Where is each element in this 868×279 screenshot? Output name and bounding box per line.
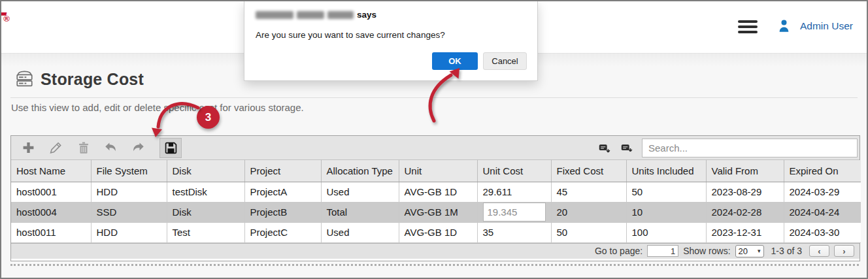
cell-units-included: 10 bbox=[626, 202, 706, 222]
unit-cost-edit-input[interactable] bbox=[483, 203, 546, 222]
dialog-message: Are you sure you want to save current ch… bbox=[256, 30, 445, 40]
cell-fixed-cost: 20 bbox=[551, 202, 626, 222]
cell-expired-on: 2024-03-30 bbox=[784, 222, 861, 242]
step-badge-number: 3 bbox=[205, 111, 211, 124]
cell-unit-cost-editing bbox=[477, 202, 551, 222]
menu-hamburger-icon[interactable] bbox=[738, 20, 758, 33]
cell-valid-from: 2023-12-31 bbox=[706, 222, 784, 242]
page-subtitle: Use this view to add, edit or delete spe… bbox=[11, 102, 304, 113]
search-input[interactable] bbox=[642, 139, 858, 157]
cell-disk: testDisk bbox=[167, 182, 244, 202]
column-header-expired-on[interactable]: Expired On bbox=[784, 160, 861, 182]
column-header-project[interactable]: Project bbox=[244, 160, 321, 182]
screenshot-frame: iT® Admin User bbox=[0, 0, 868, 279]
chevron-left-icon: ‹ bbox=[818, 246, 820, 256]
cell-fixed-cost: 50 bbox=[551, 222, 626, 242]
rows-per-page-value: 20 bbox=[739, 246, 748, 256]
edit-icon[interactable] bbox=[48, 140, 63, 156]
column-header-allocation-type[interactable]: Allocation Type bbox=[321, 160, 399, 182]
cell-project: ProjectC bbox=[244, 222, 321, 242]
redacted-origin bbox=[256, 11, 293, 19]
delete-icon[interactable] bbox=[76, 140, 91, 156]
grid-toolbar bbox=[11, 136, 860, 160]
cell-unit: AVG-GB 1M bbox=[399, 202, 477, 222]
column-header-unit-cost[interactable]: Unit Cost bbox=[477, 160, 551, 182]
next-page-button[interactable]: › bbox=[834, 245, 854, 257]
storage-cost-table: Host Name File System Disk Project Alloc… bbox=[11, 160, 861, 243]
toolbar-right bbox=[597, 139, 860, 157]
cell-unit: AVG-GB 1D bbox=[399, 182, 477, 202]
pagination-bar: Go to page: Show rows: 20 ▾ 1-3 of 3 ‹ › bbox=[11, 243, 860, 259]
redacted-origin bbox=[297, 11, 324, 19]
column-header-host-name[interactable]: Host Name bbox=[11, 160, 91, 182]
cell-expired-on: 2024-03-29 bbox=[784, 182, 861, 202]
column-header-valid-from[interactable]: Valid From bbox=[706, 160, 784, 182]
cell-allocation-type: Used bbox=[321, 182, 399, 202]
cell-valid-from: 2024-02-28 bbox=[706, 202, 784, 222]
save-icon[interactable] bbox=[159, 138, 182, 158]
cell-project: ProjectB bbox=[244, 202, 321, 222]
cell-file-system: HDD bbox=[91, 182, 167, 202]
data-grid: Host Name File System Disk Project Alloc… bbox=[10, 135, 860, 261]
cell-allocation-type: Total bbox=[321, 202, 399, 222]
user-menu[interactable]: Admin User bbox=[776, 18, 853, 33]
storage-icon bbox=[14, 69, 35, 89]
user-icon bbox=[776, 18, 792, 33]
says-label: says bbox=[357, 10, 376, 20]
dialog-origin-line: says bbox=[256, 10, 376, 20]
cell-disk: Test bbox=[167, 222, 244, 242]
cell-expired-on: 2024-04-24 bbox=[784, 202, 861, 222]
cell-disk: Disk bbox=[167, 202, 244, 222]
previous-page-button[interactable]: ‹ bbox=[809, 245, 829, 257]
cell-host-name: host0001 bbox=[11, 182, 91, 202]
redacted-origin bbox=[327, 11, 354, 19]
cell-project: ProjectA bbox=[244, 182, 321, 202]
undo-icon[interactable] bbox=[103, 140, 118, 156]
add-icon[interactable] bbox=[21, 140, 36, 156]
step-badge: 3 bbox=[197, 106, 220, 129]
rows-per-page-select[interactable]: 20 ▾ bbox=[735, 245, 764, 257]
cell-fixed-cost: 45 bbox=[551, 182, 626, 202]
user-name-label: Admin User bbox=[800, 20, 853, 32]
cell-host-name: host0004 bbox=[11, 202, 91, 222]
registered-mark: ® bbox=[3, 14, 10, 24]
dashed-divider bbox=[10, 264, 859, 266]
cell-allocation-type: Used bbox=[321, 222, 399, 242]
dialog-buttons: OK Cancel bbox=[432, 52, 527, 70]
confirm-dialog: says Are you sure you want to save curre… bbox=[244, 1, 538, 81]
table-row-selected[interactable]: host0004 SSD Disk ProjectB Total AVG-GB … bbox=[11, 202, 861, 222]
table-row[interactable]: host0001 HDD testDisk ProjectA Used AVG-… bbox=[11, 182, 861, 202]
chevron-right-icon: › bbox=[843, 246, 845, 256]
column-header-file-system[interactable]: File System bbox=[91, 160, 167, 182]
go-to-page-label: Go to page: bbox=[595, 246, 643, 256]
cell-unit-cost: 29.611 bbox=[477, 182, 551, 202]
page-content: Storage Cost Use this view to add, edit … bbox=[1, 54, 867, 279]
cell-file-system: SSD bbox=[91, 202, 167, 222]
brand-logo-text: iT® bbox=[1, 7, 10, 38]
redo-icon[interactable] bbox=[131, 140, 146, 156]
cell-units-included: 50 bbox=[626, 182, 706, 202]
title-divider bbox=[10, 97, 858, 98]
cell-host-name: host0011 bbox=[11, 222, 91, 242]
show-rows-label: Show rows: bbox=[683, 246, 730, 256]
export-up-icon[interactable] bbox=[597, 141, 610, 154]
page-title: Storage Cost bbox=[41, 70, 144, 89]
table-row[interactable]: host0011 HDD Test ProjectC Used AVG-GB 1… bbox=[11, 222, 861, 242]
brand-logo: iT® bbox=[1, 5, 47, 42]
row-range-label: 1-3 of 3 bbox=[771, 246, 802, 256]
cell-file-system: HDD bbox=[91, 222, 167, 242]
cancel-button[interactable]: Cancel bbox=[483, 52, 527, 70]
cell-unit: AVG-GB 1D bbox=[399, 222, 477, 242]
export-down-icon[interactable] bbox=[620, 141, 633, 154]
cell-valid-from: 2023-08-29 bbox=[706, 182, 784, 202]
ok-button[interactable]: OK bbox=[432, 52, 478, 70]
column-header-units-included[interactable]: Units Included bbox=[626, 160, 706, 182]
column-header-fixed-cost[interactable]: Fixed Cost bbox=[551, 160, 626, 182]
page-number-input[interactable] bbox=[647, 245, 678, 257]
column-header-unit[interactable]: Unit bbox=[399, 160, 477, 182]
page-title-row: Storage Cost bbox=[14, 69, 144, 89]
cell-units-included: 100 bbox=[626, 222, 706, 242]
cell-unit-cost: 35 bbox=[477, 222, 551, 242]
table-header-row: Host Name File System Disk Project Alloc… bbox=[11, 160, 861, 182]
column-header-disk[interactable]: Disk bbox=[167, 160, 244, 182]
